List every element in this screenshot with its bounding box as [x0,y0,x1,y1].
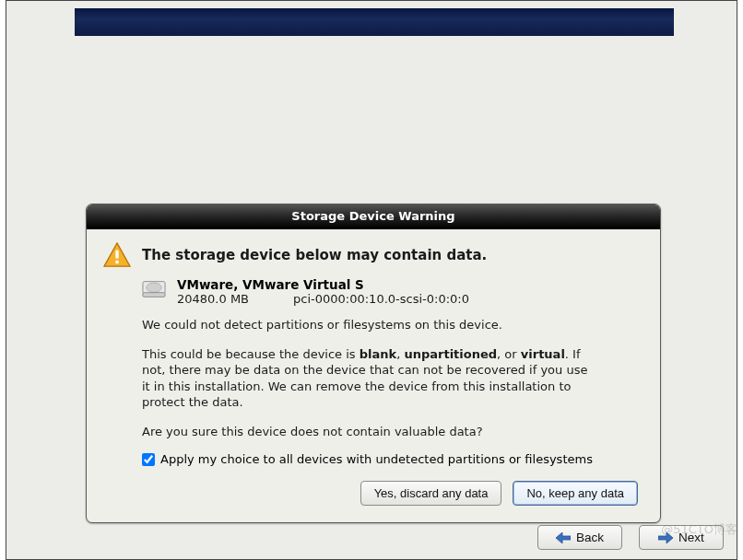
device-path: pci-0000:00:10.0-scsi-0:0:0:0 [293,292,469,306]
dialog-heading: The storage device below may contain dat… [142,247,487,263]
device-size: 20480.0 MB [177,292,249,306]
apply-all-row[interactable]: Apply my choice to all devices with unde… [142,452,643,466]
no-keep-button[interactable]: No, keep any data [513,481,638,506]
yes-discard-button[interactable]: Yes, discard any data [360,481,502,506]
nav-button-row: Back Next [537,525,724,550]
banner-bar [75,8,674,36]
storage-warning-dialog: Storage Device Warning The storage devic… [86,204,661,523]
svg-rect-4 [143,293,165,298]
next-button[interactable]: Next [639,525,724,550]
warning-icon [103,242,131,268]
device-row: VMware, VMware Virtual S 20480.0 MBpci-0… [142,277,643,306]
paragraph-explain: This could be because the device is blan… [142,346,594,411]
device-info: VMware, VMware Virtual S 20480.0 MBpci-0… [177,277,469,306]
installer-window: Storage Device Warning The storage devic… [6,0,737,560]
dialog-body: The storage device below may contain dat… [87,229,660,522]
harddrive-icon [142,279,166,299]
svg-point-3 [147,283,162,292]
device-subline: 20480.0 MBpci-0000:00:10.0-scsi-0:0:0:0 [177,292,469,306]
arrow-left-icon [556,532,571,543]
svg-rect-0 [115,250,118,258]
dialog-button-row: Yes, discard any data No, keep any data [103,481,643,509]
dialog-title: Storage Device Warning [87,204,660,229]
svg-point-1 [115,261,119,264]
paragraph-confirm: Are you sure this device does not contai… [142,424,594,440]
apply-all-label: Apply my choice to all devices with unde… [160,452,593,466]
device-name: VMware, VMware Virtual S [177,277,469,292]
arrow-right-icon [658,532,673,543]
back-label: Back [576,531,604,544]
apply-all-checkbox[interactable] [142,453,155,466]
back-button[interactable]: Back [537,525,622,550]
paragraph-nodetect: We could not detect partitions or filesy… [142,317,594,333]
heading-row: The storage device below may contain dat… [103,242,643,268]
next-label: Next [678,531,704,544]
